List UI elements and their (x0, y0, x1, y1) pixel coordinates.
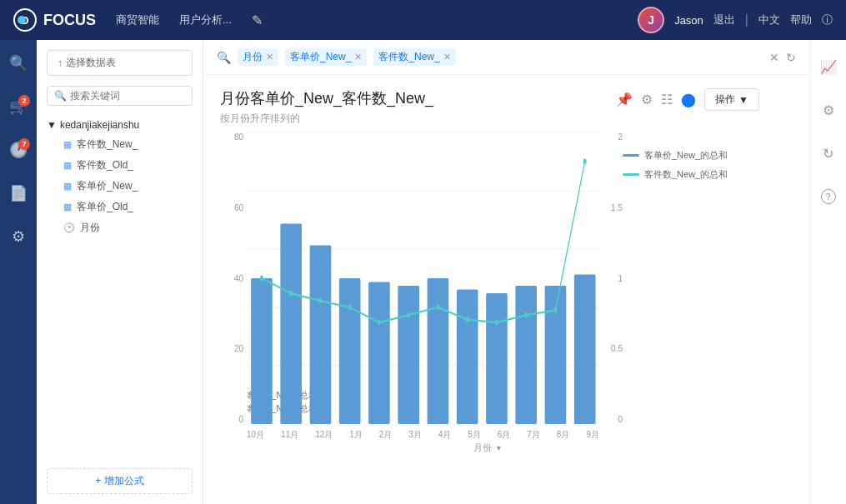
x-label-0: 10月 (247, 429, 264, 441)
x-label-7: 5月 (468, 429, 481, 441)
left-icon-order[interactable]: 🕐 7 (5, 137, 32, 163)
right-icon-line-chart[interactable]: 📈 (815, 53, 842, 80)
y-right-0.5: 0.5 (603, 344, 623, 353)
choose-table-btn[interactable]: ↑ 选择数据表 (47, 50, 193, 76)
svg-rect-6 (251, 278, 273, 424)
avatar: J (638, 7, 664, 33)
right-icon-settings[interactable]: ⚙ (815, 97, 842, 123)
table-icon-3: ▦ (63, 202, 72, 212)
tree-item-2[interactable]: ▦ 客单价_New_ (43, 176, 196, 197)
chevron-down-icon: ▼ (47, 119, 57, 131)
svg-rect-15 (515, 286, 537, 424)
table-icon-2: ▦ (63, 181, 72, 192)
tree-item-label-0: 客件数_New_ (77, 137, 138, 152)
gear-icon[interactable]: ⚙ (641, 92, 653, 107)
svg-point-28 (554, 307, 558, 313)
svg-rect-10 (368, 282, 390, 424)
main-layout: 🔍 🛒 2 🕐 7 📄 ⚙ ↑ 选择数据表 🔍 ▼ kedan (0, 40, 846, 504)
tree-item-3[interactable]: ▦ 客单价_Old_ (43, 197, 196, 217)
svg-rect-16 (545, 286, 567, 424)
time-icon-4: 🕑 (63, 222, 75, 233)
logout-btn[interactable]: 退出 (713, 12, 735, 27)
x-label-5: 3月 (408, 429, 422, 441)
tree-item-label-1: 客件数_Old_ (77, 158, 133, 172)
x-axis-chevron[interactable]: ▼ (495, 444, 503, 452)
left-icon-search[interactable]: 🔍 (5, 50, 32, 77)
tree-root[interactable]: ▼ kedanjiakejianshu (43, 116, 196, 134)
action-btn-label: 操作 (715, 92, 735, 107)
svg-point-25 (466, 317, 469, 322)
nav-item-user-analysis[interactable]: 用户分析... (179, 12, 232, 27)
topnav-right: J Jason 退出 | 中文 帮助 ⓘ (638, 7, 833, 33)
order-badge: 7 (18, 138, 30, 150)
right-icon-help[interactable]: ? (815, 183, 842, 210)
y-left-80: 80 (220, 132, 243, 142)
search-clear-btn[interactable]: ✕ (769, 51, 779, 64)
svg-point-24 (437, 305, 440, 311)
chart-subtitle: 按月份升序排列的 (220, 112, 793, 126)
svg-rect-13 (457, 290, 478, 424)
svg-point-19 (289, 291, 293, 297)
main-content: 🔍 月份 ✕ 客单价_New_ ✕ 客件数_New_ ✕ ✕ ↻ 月份客单价_N… (203, 40, 809, 504)
help-icon[interactable]: ⓘ (822, 12, 833, 27)
pin-icon[interactable]: 📌 (616, 92, 633, 107)
x-label-4: 2月 (379, 429, 393, 441)
svg-point-29 (583, 159, 587, 165)
x-label-9: 7月 (527, 429, 540, 441)
logo-icon: D (13, 8, 37, 32)
grid-icon[interactable]: ☷ (661, 92, 673, 107)
svg-point-18 (260, 276, 263, 282)
search-bar-icon: 🔍 (217, 51, 231, 64)
nav-icon-edit[interactable]: ✎ (252, 12, 263, 28)
left-icon-settings[interactable]: ⚙ (5, 223, 32, 250)
search-refresh-btn[interactable]: ↻ (786, 51, 796, 64)
tag-month-close[interactable]: ✕ (266, 52, 273, 62)
svg-rect-9 (339, 278, 361, 424)
add-formula-btn[interactable]: + 增加公式 (47, 468, 193, 494)
search-tag-price: 客单价_New_ ✕ (285, 48, 367, 66)
tree-item-1[interactable]: ▦ 客件数_Old_ (43, 155, 196, 176)
tree-item-4[interactable]: 🕑 月份 (43, 217, 196, 238)
y-left-60: 60 (220, 203, 243, 212)
divider1: | (745, 12, 748, 27)
sidebar-search-box[interactable]: 🔍 (47, 86, 193, 106)
username: Jason (674, 14, 703, 27)
svg-rect-11 (398, 286, 419, 424)
svg-rect-8 (310, 245, 332, 424)
chart-area: 月份客单价_New_客件数_New_ 按月份升序排列的 📌 ⚙ ☷ ⬤ 操作 ▼… (203, 75, 809, 504)
help-btn[interactable]: 帮助 (790, 12, 812, 27)
left-icon-shop[interactable]: 🛒 2 (5, 93, 32, 120)
search-input[interactable] (70, 90, 185, 102)
legend-item-0: 客单价_New_的总和 (623, 149, 756, 162)
svg-point-27 (524, 312, 528, 318)
tag-price-close[interactable]: ✕ (354, 52, 362, 62)
action-btn[interactable]: 操作 ▼ (704, 88, 759, 111)
tree-item-0[interactable]: ▦ 客件数_New_ (43, 134, 196, 155)
svg-rect-17 (574, 274, 596, 424)
left-icon-doc[interactable]: 📄 (5, 180, 32, 207)
chevron-down-icon: ▼ (738, 94, 748, 106)
legend-item-1: 客件数_New_的总和 (623, 168, 756, 181)
svg-point-26 (495, 320, 498, 326)
left-icon-bar: 🔍 🛒 2 🕐 7 📄 ⚙ (0, 40, 37, 504)
sidebar-tree: ▼ kedanjiakejianshu ▦ 客件数_New_ ▦ 客件数_Old… (37, 116, 203, 462)
svg-point-21 (348, 305, 352, 311)
lang-btn[interactable]: 中文 (758, 12, 780, 27)
arrow-up-icon: ↑ (58, 57, 63, 69)
tree-item-label-4: 月份 (80, 221, 100, 235)
right-icon-bar: 📈 ⚙ ↻ ? (809, 40, 846, 504)
shop-badge: 2 (18, 95, 30, 107)
nav-item-trade[interactable]: 商贸智能 (116, 12, 159, 27)
topnav: D FOCUS 商贸智能 用户分析... ✎ J Jason 退出 | 中文 帮… (0, 0, 846, 40)
tag-count-close[interactable]: ✕ (443, 52, 451, 62)
x-label-6: 4月 (438, 429, 452, 441)
y-right-2: 2 (603, 132, 623, 142)
chart-svg (247, 132, 599, 424)
x-label-8: 6月 (498, 429, 511, 441)
pie-icon[interactable]: ⬤ (681, 92, 696, 107)
legend-color-1 (623, 173, 639, 176)
right-icon-refresh[interactable]: ↻ (815, 140, 842, 167)
svg-point-22 (378, 320, 381, 326)
y-right-0: 0 (603, 415, 623, 424)
search-tag-count: 客件数_New_ ✕ (373, 48, 455, 66)
